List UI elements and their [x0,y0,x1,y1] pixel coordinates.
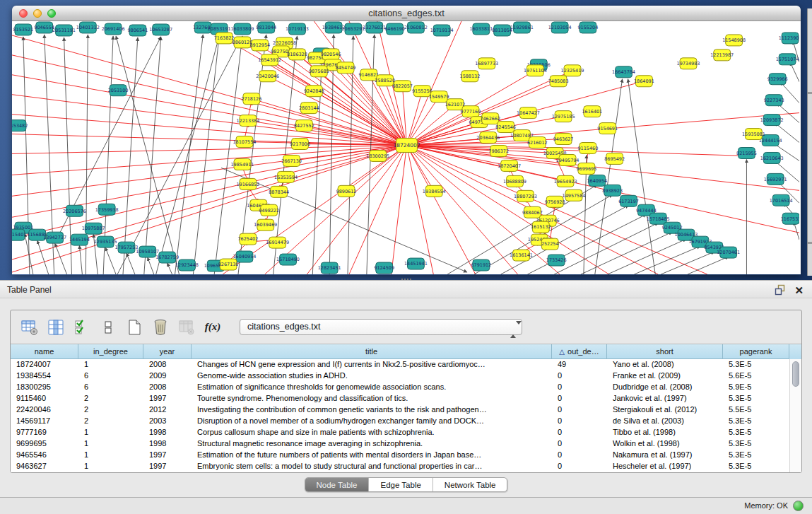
citation-network-graph[interactable]: 1872400781535219046554205311911040131220… [12,21,799,274]
table-selector-dropdown[interactable]: citations_edges.txt [240,319,522,335]
table-toolbar: f(x) citations_edges.txt [11,310,801,344]
table-cell: 1 [78,461,143,472]
table-row[interactable]: 1938455462009Genome-wide association stu… [11,370,789,382]
table-row[interactable]: 977716911998Corpus callosum shape and si… [11,427,789,438]
graph-node-label: 12325419 [561,68,584,74]
table-vertical-scrollbar[interactable] [789,359,801,472]
graph-node-label: 9329966 [767,76,788,82]
tab-network-table[interactable]: Network Table [433,478,507,491]
graph-node-label: 19166852 [236,182,259,187]
table-cell: 19384554 [11,370,78,382]
table-cell: Franke et al. (2009) [607,370,723,382]
column-header-name[interactable]: name [11,344,78,359]
table-settings-icon[interactable] [20,318,39,337]
graph-node-label: 8215955 [736,151,757,156]
table-row[interactable]: 946554611997Estimation of the future num… [11,450,789,461]
column-header-title[interactable]: title [192,344,552,359]
table-cell: 9465546 [11,450,78,461]
select-rows-check-icon[interactable] [73,318,91,337]
graph-node-label: 1167533 [781,216,799,222]
minimize-window-button[interactable] [33,9,42,18]
table-row[interactable]: 1830029562008Estimation of significance … [11,382,789,393]
graph-node-label: 1733426 [546,257,567,263]
graph-node-label: 8878344 [269,189,289,195]
column-header-year[interactable]: year [143,344,192,359]
table-cell: Estimation of significance thresholds fo… [192,382,552,393]
graph-node-label: 20531191 [52,28,76,33]
memory-status-indicator[interactable] [793,501,804,511]
delete-columns-icon[interactable] [151,318,170,337]
graph-node-label: 9699695 [577,166,597,172]
graph-node-label: 19751105 [524,68,547,74]
table-row[interactable]: 1872400712008Changes of HCN gene express… [11,359,789,370]
panel-edge-divider [808,242,812,244]
graph-node-label: 7462662 [480,116,500,122]
graph-node-label: 12975185 [552,114,575,119]
graph-node-label: 6173197 [618,199,639,204]
column-header-short[interactable]: short [607,344,723,359]
table-cell: 5.3E-5 [723,359,789,370]
graph-node-label: 11548908 [722,37,746,43]
tab-edge-table[interactable]: Edge Table [369,478,433,491]
graph-node-label: 12103054 [548,25,572,30]
graph-node-label: 9820546 [321,52,341,57]
close-panel-icon[interactable]: ✕ [794,285,804,296]
graph-node-label: 10688809 [503,179,526,185]
table-cell: 0 [552,393,607,404]
row-height-icon[interactable] [99,318,117,337]
table-row[interactable]: 1456911722003Disruption of a novel membe… [11,416,789,427]
table-row[interactable]: 969969511998Structural magnetic resonanc… [11,438,789,450]
graph-node-label: 12093872 [760,117,784,123]
table-cell: 1997 [143,461,192,472]
table-cell: 0 [552,404,607,416]
scrollbar-thumb[interactable] [792,361,799,387]
table-cell: 0 [552,382,607,393]
graph-node-label: 10653291 [342,26,365,32]
network-window-titlebar[interactable]: citations_edges.txt [12,6,801,21]
close-window-button[interactable] [19,9,28,18]
graph-node-label: 13276021 [363,25,386,30]
graph-node-label: 6466190 [384,26,405,32]
graph-node-label: 2053100 [108,88,129,93]
table-row[interactable]: 2242004622012Investigating the contribut… [11,404,789,416]
table-row[interactable]: 911546021997Tourette syndrome. Phenomeno… [11,393,789,404]
graph-node-label: 6791912 [471,262,491,268]
graph-node-label: 16033811 [469,26,493,32]
new-table-icon[interactable] [125,318,143,337]
column-header-in_degree[interactable]: in_degree [78,344,143,359]
graph-node-label: 2718126 [241,96,261,102]
column-header-pagerank[interactable]: pagerank [723,344,789,359]
table-cell: Wolkin et al. (1998) [607,438,723,450]
table-cell: 2012 [143,404,192,416]
table-cell: 2008 [143,359,192,370]
graph-node-label: 19384554 [423,189,446,194]
function-builder-icon[interactable]: f(x) [204,318,222,337]
tab-node-table[interactable]: Node Table [305,478,370,491]
graph-node-label: 7163822 [214,35,235,41]
graph-node-label: 15751074 [776,57,799,62]
graph-node-label: 1588132 [460,74,481,79]
delete-table-icon[interactable] [177,318,196,337]
sort-ascending-icon: △ [559,348,565,356]
graph-node-label: 9146821 [358,72,379,78]
panel-edge-divider [808,92,812,94]
background-panel-edge [807,8,812,276]
table-cell: 18300295 [11,382,78,393]
table-cell: Hescheler et al. (1997) [607,461,723,472]
table-cell: 5.3E-5 [723,461,789,472]
graph-node-label: 2667130 [281,158,302,164]
graph-node-label: 17016514 [770,198,793,204]
graph-node-label: 20853191 [208,26,231,32]
float-panel-icon[interactable] [775,284,786,296]
zoom-window-button[interactable] [47,9,56,18]
graph-node-label: 18807293 [514,194,537,199]
graph-node-label: 10401312 [76,25,100,30]
graph-node-label: 13942737 [43,235,66,240]
column-select-icon[interactable] [47,318,65,337]
graph-node-label: 8153482 [12,123,28,129]
graph-node-label: 23226058 [273,40,296,46]
table-row[interactable]: 946362711997Embryonic stem cells: a mode… [11,461,789,472]
column-header-out_de[interactable]: △out_de… [552,344,607,359]
network-canvas[interactable]: 1872400781535219046554205311911040131220… [12,21,801,274]
table-cell: 5.3E-5 [723,393,789,404]
